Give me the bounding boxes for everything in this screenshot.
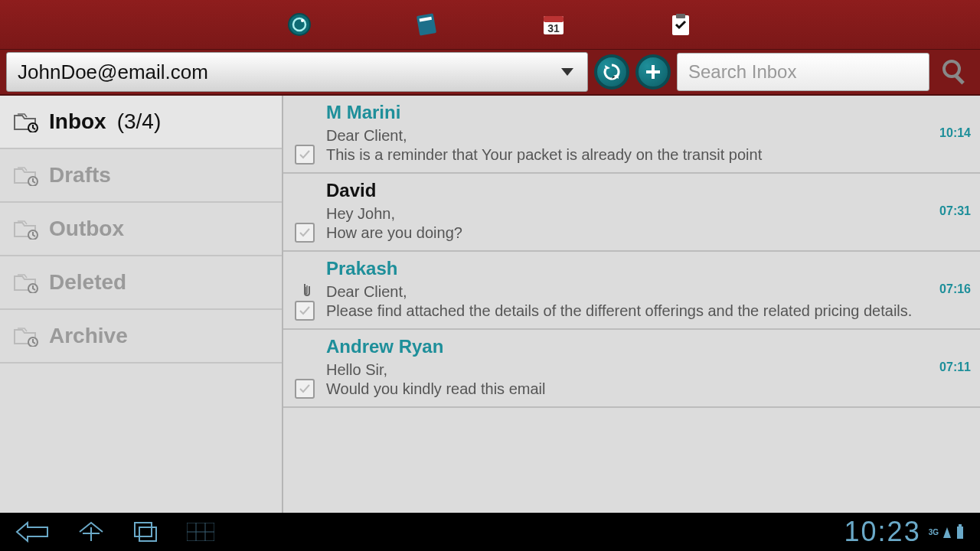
folder-count: (3/4)	[117, 109, 162, 134]
message-row[interactable]: David Hey John, How are you doing? 07:31	[283, 174, 980, 252]
message-preview: Hello Sir, Would you kindly read this em…	[326, 360, 917, 399]
message-sender: M Marini	[326, 102, 917, 123]
message-body: Andrew Ryan Hello Sir, Would you kindly …	[326, 336, 917, 399]
message-body: Prakash Dear Client, Please find attache…	[326, 258, 917, 321]
home-button[interactable]	[77, 521, 106, 543]
folder-label: Archive	[49, 324, 128, 348]
checklist-icon[interactable]	[667, 11, 694, 38]
app-toolbar: 31	[0, 0, 980, 50]
svg-point-0	[289, 14, 310, 35]
calendar-icon[interactable]: 31	[540, 11, 567, 38]
message-sender: Prakash	[326, 258, 917, 279]
message-sender: David	[326, 180, 917, 201]
message-time: 07:11	[925, 360, 971, 374]
message-preview: Hey John, How are you doing?	[326, 204, 917, 243]
message-checkbox[interactable]	[295, 223, 315, 243]
attachment-icon	[299, 282, 310, 298]
system-clock: 10:23	[844, 516, 921, 548]
message-checkbox[interactable]	[295, 301, 315, 321]
folder-icon	[14, 273, 38, 292]
compose-button[interactable]	[635, 54, 671, 90]
message-sender: Andrew Ryan	[326, 336, 917, 357]
message-body: M Marini Dear Client, This is a reminder…	[326, 102, 917, 165]
folder-deleted[interactable]: Deleted	[0, 256, 282, 310]
folder-icon	[14, 112, 38, 131]
search-box[interactable]	[677, 53, 929, 91]
back-button[interactable]	[15, 521, 49, 543]
folder-inbox[interactable]: Inbox (3/4)	[0, 96, 282, 149]
refresh-button[interactable]	[594, 54, 629, 90]
message-checkbox-area	[291, 258, 318, 321]
svg-point-2	[301, 19, 304, 22]
folder-sidebar: Inbox (3/4) Drafts Outbox Deleted Archiv…	[0, 96, 283, 513]
search-input[interactable]	[688, 61, 918, 83]
wifi-icon	[942, 524, 952, 540]
message-preview: Dear Client, This is a reminder that You…	[326, 126, 917, 165]
folder-outbox[interactable]: Outbox	[0, 203, 282, 256]
folder-icon	[14, 327, 38, 345]
message-list: M Marini Dear Client, This is a reminder…	[283, 96, 980, 513]
folder-icon	[14, 220, 38, 238]
svg-rect-20	[139, 527, 156, 541]
folder-label: Drafts	[49, 163, 111, 187]
recent-apps-button[interactable]	[133, 521, 159, 543]
svg-rect-6	[544, 16, 564, 22]
message-row[interactable]: Andrew Ryan Hello Sir, Would you kindly …	[283, 330, 980, 408]
account-email: JohnDoe@email.com	[18, 60, 208, 84]
svg-rect-26	[959, 524, 962, 527]
message-checkbox[interactable]	[295, 145, 315, 165]
message-time: 10:14	[925, 126, 971, 140]
folder-label: Outbox	[49, 217, 124, 241]
main-area: Inbox (3/4) Drafts Outbox Deleted Archiv…	[0, 96, 980, 513]
folder-drafts[interactable]: Drafts	[0, 149, 282, 203]
status-icons: 3G	[929, 524, 965, 540]
message-checkbox[interactable]	[295, 379, 315, 399]
message-preview: Dear Client, Please find attached the de…	[326, 282, 917, 321]
svg-rect-11	[646, 70, 660, 73]
folder-label: Inbox	[49, 109, 106, 134]
apps-grid-button[interactable]	[187, 523, 214, 541]
folder-icon	[14, 166, 38, 184]
account-dropdown[interactable]: JohnDoe@email.com	[6, 52, 588, 92]
diary-icon[interactable]	[413, 11, 440, 38]
message-checkbox-area	[291, 180, 318, 243]
signal-label: 3G	[929, 528, 939, 536]
folder-archive[interactable]: Archive	[0, 310, 282, 364]
search-button[interactable]	[936, 53, 974, 91]
message-checkbox-area	[291, 336, 318, 399]
message-body: David Hey John, How are you doing?	[326, 180, 917, 243]
svg-rect-25	[957, 527, 963, 539]
message-time: 07:16	[925, 282, 971, 296]
svg-rect-3	[416, 13, 436, 35]
message-row[interactable]: M Marini Dear Client, This is a reminder…	[283, 96, 980, 174]
message-checkbox-area	[291, 102, 318, 165]
message-time: 07:31	[925, 204, 971, 218]
account-action-bar: JohnDoe@email.com	[0, 50, 980, 96]
svg-rect-19	[135, 523, 152, 536]
power-icon[interactable]	[286, 11, 313, 38]
svg-rect-9	[676, 14, 685, 18]
chevron-down-icon	[561, 68, 573, 76]
svg-rect-13	[954, 74, 964, 84]
message-row[interactable]: Prakash Dear Client, Please find attache…	[283, 252, 980, 330]
svg-text:31: 31	[547, 22, 560, 34]
system-nav-bar: 10:23 3G	[0, 513, 980, 551]
folder-label: Deleted	[49, 270, 126, 295]
battery-icon	[956, 524, 965, 540]
